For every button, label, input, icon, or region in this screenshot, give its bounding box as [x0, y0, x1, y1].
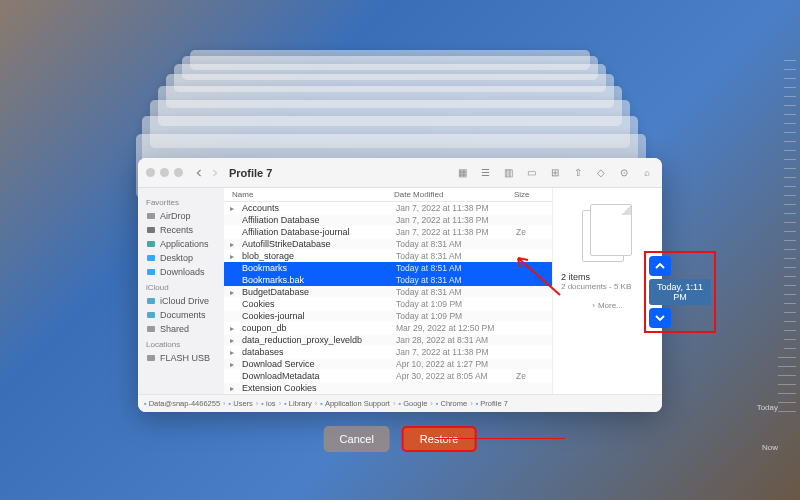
- file-name: data_reduction_proxy_leveldb: [242, 335, 396, 345]
- search-button[interactable]: ⌕: [639, 165, 654, 180]
- folder-icon: ▸: [230, 360, 240, 369]
- file-row[interactable]: BookmarksToday at 8:51 AM: [224, 262, 552, 274]
- path-segment[interactable]: ▪Chrome: [436, 399, 467, 408]
- cloud-icon: [146, 296, 156, 306]
- file-row[interactable]: Cookies-journalToday at 1:09 PM: [224, 310, 552, 322]
- file-row[interactable]: ▸BudgetDatabaseToday at 8:31 AM: [224, 286, 552, 298]
- file-row[interactable]: Affiliation Database-journalJan 7, 2022 …: [224, 226, 552, 238]
- file-row[interactable]: ▸Extension Cookies: [224, 382, 552, 394]
- file-name: blob_storage: [242, 251, 396, 261]
- column-header-name[interactable]: Name: [232, 190, 394, 199]
- back-button[interactable]: [191, 165, 207, 181]
- file-name: Accounts: [242, 203, 396, 213]
- path-segment[interactable]: ▪Google: [398, 399, 427, 408]
- share-button[interactable]: ⇧: [570, 165, 585, 180]
- sidebar-item-label: Downloads: [160, 267, 205, 277]
- annotation-arrow-icon: [510, 250, 565, 300]
- airdrop-icon: [146, 211, 156, 221]
- svg-rect-8: [147, 355, 155, 361]
- view-list-button[interactable]: ☰: [478, 165, 493, 180]
- nav-down-button[interactable]: [649, 308, 671, 328]
- file-row[interactable]: ▸data_reduction_proxy_leveldbJan 28, 202…: [224, 334, 552, 346]
- file-row[interactable]: DownloadMetadataApr 30, 2022 at 8:05 AMZ…: [224, 370, 552, 382]
- restore-button[interactable]: Restore: [402, 426, 477, 452]
- file-row[interactable]: ▸blob_storageToday at 8:31 AM: [224, 250, 552, 262]
- folder-icon: ▪: [284, 399, 287, 408]
- path-segment[interactable]: ▪Data@snap-4466255: [144, 399, 220, 408]
- file-size: Ze: [516, 371, 546, 381]
- sidebar-item-airdrop[interactable]: AirDrop: [142, 209, 220, 223]
- file-date: Apr 30, 2022 at 8:05 AM: [396, 371, 516, 381]
- file-row[interactable]: Bookmarks.bakToday at 8:31 AM: [224, 274, 552, 286]
- time-machine-nav: Today, 1:11 PM: [644, 251, 716, 333]
- column-header-size[interactable]: Size: [514, 190, 544, 199]
- svg-rect-5: [147, 298, 155, 304]
- folder-icon: ▸: [230, 288, 240, 297]
- path-separator: ›: [256, 399, 259, 408]
- forward-button[interactable]: [207, 165, 223, 181]
- folder-icon: ▪: [398, 399, 401, 408]
- path-segment[interactable]: ▪ios: [261, 399, 275, 408]
- sidebar-item-flash-usb[interactable]: FLASH USB: [142, 351, 220, 365]
- folder-icon: ▸: [230, 240, 240, 249]
- file-date: Today at 8:31 AM: [396, 287, 516, 297]
- path-separator: ›: [393, 399, 396, 408]
- sidebar-item-label: Recents: [160, 225, 193, 235]
- file-name: Download Service: [242, 359, 396, 369]
- file-row[interactable]: ▸Download ServiceApr 10, 2022 at 1:27 PM: [224, 358, 552, 370]
- file-name: Cookies: [242, 299, 396, 309]
- sidebar-item-label: iCloud Drive: [160, 296, 209, 306]
- path-separator: ›: [279, 399, 282, 408]
- file-row[interactable]: ▸coupon_dbMar 29, 2022 at 12:50 PM: [224, 322, 552, 334]
- file-row[interactable]: ▸AccountsJan 7, 2022 at 11:38 PM: [224, 202, 552, 214]
- view-gallery-button[interactable]: ▭: [524, 165, 539, 180]
- sidebar-section-label: Favorites: [146, 198, 220, 207]
- file-date: Jan 7, 2022 at 11:38 PM: [396, 347, 516, 357]
- sidebar-item-desktop[interactable]: Desktop: [142, 251, 220, 265]
- sidebar-item-label: AirDrop: [160, 211, 191, 221]
- folder-icon: ▸: [230, 252, 240, 261]
- sidebar-item-recents[interactable]: Recents: [142, 223, 220, 237]
- column-header-date[interactable]: Date Modified: [394, 190, 514, 199]
- path-segment[interactable]: ▪Library: [284, 399, 312, 408]
- nav-up-button[interactable]: [649, 256, 671, 276]
- file-date: Jan 7, 2022 at 11:38 PM: [396, 227, 516, 237]
- path-segment[interactable]: ▪Profile 7: [476, 399, 508, 408]
- folder-icon: ▪: [320, 399, 323, 408]
- sidebar-item-documents[interactable]: Documents: [142, 308, 220, 322]
- usb-icon: [146, 353, 156, 363]
- desktop-icon: [146, 253, 156, 263]
- svg-rect-1: [147, 227, 155, 233]
- sidebar-item-shared[interactable]: Shared: [142, 322, 220, 336]
- file-row[interactable]: Affiliation DatabaseJan 7, 2022 at 11:38…: [224, 214, 552, 226]
- preview-more-button[interactable]: › More...: [592, 301, 623, 310]
- cancel-button[interactable]: Cancel: [324, 426, 390, 452]
- file-date: Apr 10, 2022 at 1:27 PM: [396, 359, 516, 369]
- sidebar-item-label: Shared: [160, 324, 189, 334]
- file-date: Today at 8:51 AM: [396, 263, 516, 273]
- file-date: Today at 8:31 AM: [396, 275, 516, 285]
- file-name: Cookies-journal: [242, 311, 396, 321]
- sidebar-item-label: FLASH USB: [160, 353, 210, 363]
- file-row[interactable]: CookiesToday at 1:09 PM: [224, 298, 552, 310]
- traffic-lights[interactable]: [146, 168, 183, 177]
- sidebar-item-downloads[interactable]: Downloads: [142, 265, 220, 279]
- view-column-button[interactable]: ▥: [501, 165, 516, 180]
- path-segment[interactable]: ▪Application Support: [320, 399, 390, 408]
- action-button[interactable]: ⊙: [616, 165, 631, 180]
- folder-icon: ▪: [436, 399, 439, 408]
- file-date: Today at 8:31 AM: [396, 239, 516, 249]
- tag-button[interactable]: ◇: [593, 165, 608, 180]
- sidebar-item-applications[interactable]: Applications: [142, 237, 220, 251]
- window-title: Profile 7: [229, 167, 272, 179]
- file-name: coupon_db: [242, 323, 396, 333]
- view-icon-button[interactable]: ▦: [455, 165, 470, 180]
- file-row[interactable]: ▸databasesJan 7, 2022 at 11:38 PM: [224, 346, 552, 358]
- path-segment[interactable]: ▪Users: [229, 399, 253, 408]
- group-button[interactable]: ⊞: [547, 165, 562, 180]
- file-row[interactable]: ▸AutofillStrikeDatabaseToday at 8:31 AM: [224, 238, 552, 250]
- path-bar[interactable]: ▪Data@snap-4466255›▪Users›▪ios›▪Library›…: [138, 394, 662, 412]
- sidebar-item-icloud-drive[interactable]: iCloud Drive: [142, 294, 220, 308]
- download-icon: [146, 267, 156, 277]
- timeline-scrubber[interactable]: Today Now: [766, 60, 796, 460]
